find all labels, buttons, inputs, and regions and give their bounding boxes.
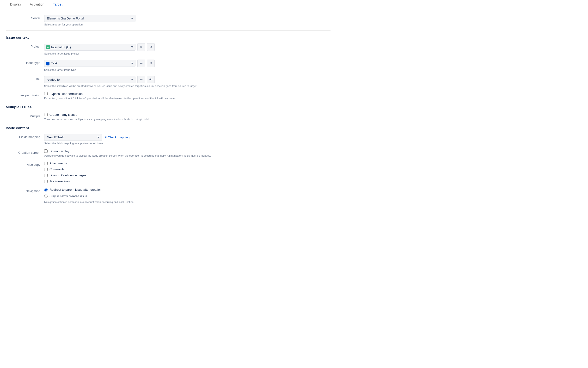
issue-type-row: Issue type ✓ Task ✏ 👁 Select the xyxy=(6,60,331,72)
project-content: IT Internal IT (IT) ✏ 👁 Select the targe… xyxy=(44,43,331,55)
server-hint: Select a target for your operation xyxy=(44,23,331,27)
also-copy-row: Also copy Attachments Comments Links to … xyxy=(6,161,331,184)
attachments-label[interactable]: Attachments xyxy=(49,161,67,165)
confluence-label[interactable]: Links to Confluence pages xyxy=(49,174,86,177)
issue-type-select[interactable]: Task xyxy=(44,60,136,67)
navigation-content: Redirect to parent issue after creation … xyxy=(44,188,331,204)
multiple-issues-header: Multiple issues xyxy=(6,105,331,109)
redirect-label[interactable]: Redirect to parent issue after creation xyxy=(49,188,101,192)
issue-content-header: Issue content xyxy=(6,126,331,130)
link-hint: Select the link which will be created be… xyxy=(44,84,331,88)
create-many-checkbox[interactable] xyxy=(44,113,47,116)
fields-mapping-controls: New IT Task ↗ Check mapping xyxy=(44,134,331,141)
link-edit-btn[interactable]: ✏ xyxy=(138,76,145,83)
jira-links-label[interactable]: Jira issue links xyxy=(49,179,70,183)
bypass-permission-checkbox-label[interactable]: Bypass user permission xyxy=(49,92,83,96)
server-select[interactable]: Elements Jira Demo Portal xyxy=(44,15,136,22)
do-not-display-row: Do not display xyxy=(44,149,331,153)
create-many-label[interactable]: Create many issues xyxy=(49,113,77,117)
project-select-container: IT Internal IT (IT) xyxy=(44,44,136,51)
fields-mapping-label: Fields mapping xyxy=(6,134,44,139)
tab-activation[interactable]: Activation xyxy=(26,0,49,9)
project-hint: Select the target issue project xyxy=(44,52,331,55)
stay-radio-row: Stay in newly created issue xyxy=(44,194,331,198)
create-many-row: Create many issues xyxy=(44,113,331,117)
fields-mapping-row: Fields mapping New IT Task ↗ Check mappi… xyxy=(6,134,331,145)
check-mapping-btn[interactable]: ↗ Check mapping xyxy=(104,135,129,140)
tab-target[interactable]: Target xyxy=(49,0,67,9)
issue-type-label: Issue type xyxy=(6,60,44,64)
issue-type-content: ✓ Task ✏ 👁 Select the target issue type xyxy=(44,60,331,72)
link-view-btn[interactable]: 👁 xyxy=(147,76,155,83)
tab-display[interactable]: Display xyxy=(6,0,26,9)
comments-row: Comments xyxy=(44,167,331,171)
server-select-wrapper: Elements Jira Demo Portal xyxy=(44,15,331,22)
link-row: Link relates to ✏ 👁 Select the link whic… xyxy=(6,76,331,88)
fields-mapping-hint: Select the fields mapping to apply to cr… xyxy=(44,142,331,145)
project-edit-btn[interactable]: ✏ xyxy=(138,43,145,51)
jira-links-checkbox[interactable] xyxy=(44,180,47,183)
multiple-row: Multiple Create many issues You can choo… xyxy=(6,113,331,121)
also-copy-label: Also copy xyxy=(6,161,44,166)
project-view-btn[interactable]: 👁 xyxy=(147,43,155,51)
issue-type-view-btn[interactable]: 👁 xyxy=(147,60,155,67)
link-content: relates to ✏ 👁 Select the link which wil… xyxy=(44,76,331,88)
link-permission-row: Link permission Bypass user permission I… xyxy=(6,92,331,100)
attachments-row: Attachments xyxy=(44,161,331,165)
bypass-permission-checkbox[interactable] xyxy=(44,92,47,95)
server-row: Server Elements Jira Demo Portal Select … xyxy=(6,15,331,27)
project-row: Project IT Internal IT (IT) ✏ 👁 xyxy=(6,43,331,55)
creation-screen-hint: Activate if you do not want to display t… xyxy=(44,154,331,157)
issue-context-header: Issue context xyxy=(6,35,331,39)
page-container: Display Activation Target Server Element… xyxy=(0,0,336,218)
navigation-group: Redirect to parent issue after creation … xyxy=(44,188,331,199)
fields-mapping-content: New IT Task ↗ Check mapping Select the f… xyxy=(44,134,331,145)
server-label: Server xyxy=(6,15,44,20)
navigation-row: Navigation Redirect to parent issue afte… xyxy=(6,188,331,204)
creation-screen-content: Do not display Activate if you do not wa… xyxy=(44,149,331,157)
comments-label[interactable]: Comments xyxy=(49,167,64,171)
issue-type-hint: Select the target issue type xyxy=(44,68,331,72)
creation-screen-label: Creation screen xyxy=(6,149,44,155)
confluence-row: Links to Confluence pages xyxy=(44,174,331,177)
jira-links-row: Jira issue links xyxy=(44,179,331,183)
eye-icon-3: 👁 xyxy=(149,78,153,82)
divider-1 xyxy=(6,30,331,30)
also-copy-content: Attachments Comments Links to Confluence… xyxy=(44,161,331,184)
edit-icon-3: ✏ xyxy=(140,78,143,82)
edit-icon-2: ✏ xyxy=(140,62,143,65)
stay-label[interactable]: Stay in newly created issue xyxy=(49,194,87,198)
project-label: Project xyxy=(6,43,44,48)
link-permission-content: Bypass user permission If checked, user … xyxy=(44,92,331,100)
edit-icon: ✏ xyxy=(140,45,143,49)
redirect-radio-row: Redirect to parent issue after creation xyxy=(44,188,331,192)
confluence-checkbox[interactable] xyxy=(44,174,47,177)
attachments-checkbox[interactable] xyxy=(44,162,47,165)
creation-screen-row: Creation screen Do not display Activate … xyxy=(6,149,331,157)
fields-mapping-select[interactable]: New IT Task xyxy=(44,134,102,141)
issue-type-edit-btn[interactable]: ✏ xyxy=(138,60,145,67)
link-select-wrapper: relates to ✏ 👁 xyxy=(44,76,331,83)
link-permission-label: Link permission xyxy=(6,92,44,97)
redirect-radio[interactable] xyxy=(44,188,47,192)
tabs-bar: Display Activation Target xyxy=(6,0,331,9)
link-label: Link xyxy=(6,76,44,81)
project-select[interactable]: Internal IT (IT) xyxy=(44,44,136,51)
also-copy-group: Attachments Comments Links to Confluence… xyxy=(44,161,331,184)
issue-type-select-container: ✓ Task xyxy=(44,60,136,67)
stay-radio[interactable] xyxy=(44,194,47,198)
project-select-wrapper: IT Internal IT (IT) ✏ 👁 xyxy=(44,43,331,51)
bypass-permission-row: Bypass user permission xyxy=(44,92,331,96)
link-select[interactable]: relates to xyxy=(44,76,136,83)
multiple-label: Multiple xyxy=(6,113,44,118)
server-content: Elements Jira Demo Portal Select a targe… xyxy=(44,15,331,27)
navigation-label: Navigation xyxy=(6,188,44,193)
do-not-display-label[interactable]: Do not display xyxy=(49,149,69,153)
multiple-hint: You can choose to create multiple issues… xyxy=(44,118,331,121)
eye-icon: 👁 xyxy=(149,46,153,49)
external-link-icon: ↗ xyxy=(104,136,107,139)
check-mapping-label: Check mapping xyxy=(108,136,129,139)
multiple-content: Create many issues You can choose to cre… xyxy=(44,113,331,121)
do-not-display-checkbox[interactable] xyxy=(44,149,47,153)
comments-checkbox[interactable] xyxy=(44,168,47,171)
